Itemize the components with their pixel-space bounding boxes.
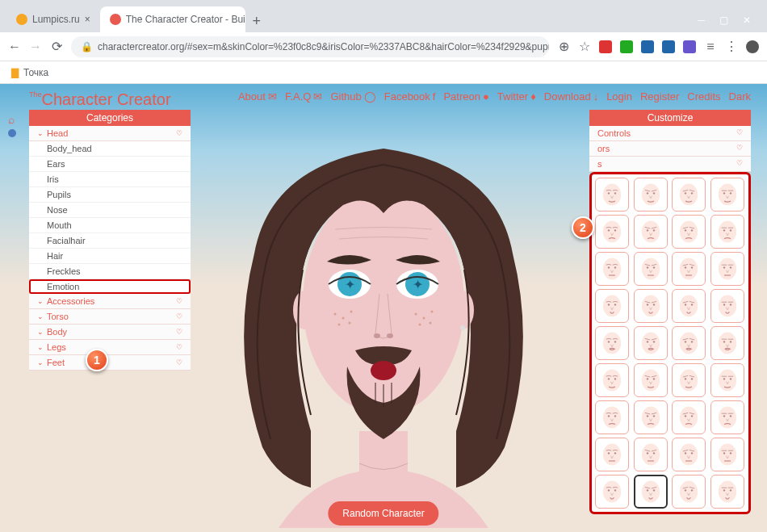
emotion-thumb[interactable] [672,363,706,397]
subcat-mouth[interactable]: Mouth [29,218,191,233]
avatar[interactable] [746,40,759,53]
menu-icon[interactable]: ⋮ [725,40,738,53]
svg-point-94 [723,452,724,454]
ext-icon[interactable] [620,40,633,53]
chevron-right-icon: ⌄ [37,343,44,351]
emotion-thumb[interactable] [595,438,629,471]
emotion-thumb[interactable] [634,326,668,360]
random-character-button[interactable]: Random Character [328,501,438,526]
nav-download[interactable]: Download ↓ [544,90,598,103]
nav-register[interactable]: Register [640,90,679,103]
new-tab-button[interactable]: + [245,10,268,32]
rp-s[interactable]: s♡ [589,157,751,172]
playlist-icon[interactable]: ≡ [704,40,717,53]
svg-point-86 [614,452,616,454]
search-icon[interactable]: ⌕ [8,113,15,126]
emotion-thumb[interactable] [595,400,629,434]
rp-controls[interactable]: Controls♡ [589,126,751,141]
emotion-thumb[interactable] [634,363,668,397]
emotion-thumb[interactable] [634,400,668,434]
emotion-thumb[interactable] [634,438,668,471]
emotion-thumb[interactable] [710,475,744,509]
cat-feet[interactable]: ⌄Feet♡ [29,355,191,371]
color-dot[interactable] [8,129,16,137]
cat-accessories[interactable]: ⌄Accessories♡ [29,294,191,309]
subcat-freckles[interactable]: Freckles [29,264,191,279]
emotion-thumb[interactable] [672,326,706,360]
emotion-thumb[interactable] [595,289,629,323]
translate-icon[interactable]: ⊕ [557,40,570,53]
ext-icon[interactable] [662,40,675,53]
nav-twitter[interactable]: Twitter ♦ [497,90,536,103]
emotion-thumb[interactable] [634,289,668,323]
emotion-thumb[interactable] [634,215,668,249]
emotion-thumb[interactable] [595,252,629,286]
bookmark-item[interactable]: Точка [23,67,48,78]
emotion-thumb[interactable] [672,400,706,434]
close-icon[interactable]: ✕ [743,15,751,26]
emotion-thumb[interactable] [595,475,629,509]
emotion-thumb[interactable] [710,326,744,360]
emotion-thumb[interactable] [672,289,706,323]
emotion-thumb[interactable] [634,178,668,212]
subcat-facialhair[interactable]: Facialhair [29,233,191,249]
url-input[interactable]: 🔒 charactercreator.org/#sex=m&skinColor=… [71,36,549,57]
nav-github[interactable]: Github ◯ [330,90,375,103]
subcat-nose[interactable]: Nose [29,203,191,218]
annotation-marker-2: 2 [572,216,594,239]
tab-lumpics[interactable]: Lumpics.ru × [6,6,100,32]
star-icon[interactable]: ☆ [578,40,591,53]
emotion-thumb[interactable] [672,475,706,509]
reload-icon[interactable]: ⟳ [50,40,63,53]
cat-legs[interactable]: ⌄Legs♡ [29,340,191,355]
ext-icon[interactable] [641,40,654,53]
svg-point-15 [641,220,659,242]
emotion-thumb[interactable] [710,178,744,212]
nav-facebook[interactable]: Facebook f [384,90,436,103]
emotion-thumb[interactable] [672,252,706,286]
back-icon[interactable]: ← [8,40,21,53]
nav-faq[interactable]: F.A.Q ✉ [285,90,323,103]
browser-tabstrip: Lumpics.ru × The Character Creator - Bui… [0,0,767,32]
app-logo[interactable]: TheCharacter Creator [29,90,171,109]
cat-body[interactable]: ⌄Body♡ [29,325,191,340]
emotion-thumb[interactable] [672,215,706,249]
close-icon[interactable]: × [85,14,90,25]
emotion-thumb[interactable] [710,252,744,286]
emotion-thumb[interactable] [710,363,744,397]
nav-dark[interactable]: Dark [729,90,751,103]
emotion-thumb[interactable] [672,438,706,471]
emotion-thumb[interactable] [710,215,744,249]
forward-icon[interactable]: → [29,40,42,53]
svg-point-35 [729,266,731,268]
ext-icon[interactable] [683,40,696,53]
maximize-icon[interactable]: ▢ [719,15,728,26]
emotion-thumb[interactable] [710,400,744,434]
subcat-pupils[interactable]: Pupils [29,187,191,203]
ext-icon[interactable] [599,40,612,53]
emotion-thumb[interactable] [595,363,629,397]
emotion-thumb[interactable] [595,215,629,249]
emotion-thumb[interactable] [710,289,744,323]
subcat-iris[interactable]: Iris [29,172,191,187]
subcat-ears[interactable]: Ears [29,157,191,172]
svg-point-122 [349,322,351,325]
emotion-thumb[interactable] [710,438,744,471]
subcat-hair[interactable]: Hair [29,249,191,264]
emotion-thumb[interactable] [595,178,629,212]
nav-about[interactable]: About ✉ [238,90,277,103]
emotion-thumb[interactable] [672,178,706,212]
subcat-body-head[interactable]: Body_head [29,141,191,157]
cat-torso[interactable]: ⌄Torso♡ [29,309,191,325]
subcat-emotion[interactable]: Emotion [29,279,191,294]
nav-patreon[interactable]: Patreon ● [443,90,488,103]
nav-credits[interactable]: Credits [687,90,720,103]
emotion-thumb[interactable] [634,475,668,509]
tab-charactercreator[interactable]: The Character Creator - Build vis... × [100,6,245,32]
emotion-thumb[interactable] [595,326,629,360]
nav-login[interactable]: Login [606,90,632,103]
rp-ors[interactable]: ors♡ [589,141,751,157]
minimize-icon[interactable]: ─ [698,15,705,26]
cat-head[interactable]: ⌄Head♡ [29,126,191,141]
emotion-thumb[interactable] [634,252,668,286]
